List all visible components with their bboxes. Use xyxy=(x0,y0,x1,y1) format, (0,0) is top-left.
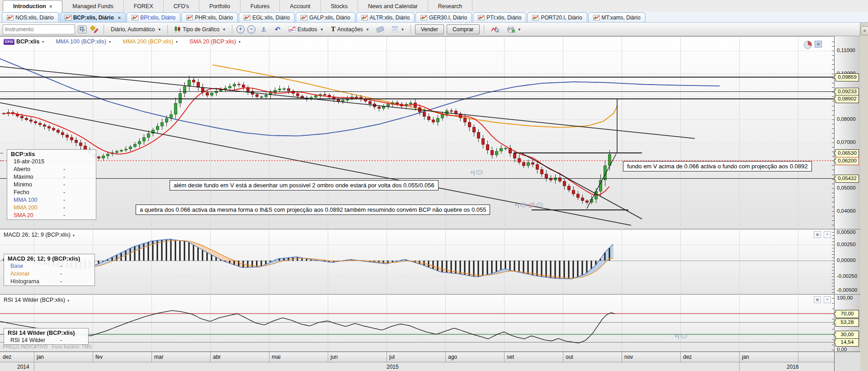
maximize-icon[interactable]: ▣ xyxy=(814,296,821,303)
chart-annotation-2[interactable]: além deste fundo em V está a desenhar um… xyxy=(170,180,439,190)
app-tab-cfd-s[interactable]: CFD's xyxy=(164,0,199,12)
price-level-callout[interactable]: 0,05432 xyxy=(835,175,859,183)
chart-annotation-1[interactable]: fundo em V acima de 0.066 activa o fundo… xyxy=(623,161,812,171)
chart-tab-egl-xlis[interactable]: EGL:xlis, Diário xyxy=(239,12,295,22)
price-level-callout[interactable]: 0,09233 xyxy=(835,88,859,96)
chart-canvas[interactable] xyxy=(0,36,834,352)
price-level-callout[interactable]: 0,09859 xyxy=(835,73,859,81)
price-level-callout[interactable]: 0,06530 xyxy=(835,149,859,157)
price-axis-column[interactable]: 0,110000,100000,080000,070000,050000,040… xyxy=(834,36,860,352)
sma20-legend-dropdown[interactable]: SMA 20 (BCP:xlis) xyxy=(189,38,241,45)
macd-header-dropdown[interactable]: MACD 26; 12; 9 (BCP:xlis) xyxy=(4,232,75,238)
mma100-legend-dropdown[interactable]: MMA 100 (BCP:xlis) xyxy=(56,38,111,45)
close-icon[interactable]: ✕ xyxy=(824,296,831,303)
buy-button[interactable]: Comprar xyxy=(447,24,480,34)
rsi-header-dropdown[interactable]: RSI 14 Wilder (BCP:xlis) xyxy=(4,297,69,303)
add-line-icon: +| xyxy=(675,333,679,339)
rsi-level-callout[interactable]: 70,00 xyxy=(835,310,859,318)
drawing-handle-icons[interactable]: +| xyxy=(514,202,543,208)
app-tab-portfolio[interactable]: Portfolio xyxy=(199,0,241,12)
price-level-callout[interactable]: 0,08902 xyxy=(835,95,859,103)
app-tab-news-and-calendar[interactable]: News and Calendar xyxy=(358,0,428,12)
chart-tab-port20-i[interactable]: PORT20.I, Diário xyxy=(527,12,587,22)
add-line-icon: +| xyxy=(470,169,475,176)
macd-tick-label: 0,00250 xyxy=(837,242,856,247)
info-panel-icon xyxy=(392,26,398,32)
close-icon[interactable]: × xyxy=(49,4,52,9)
sell-button[interactable]: Vender xyxy=(415,24,444,34)
data-row: Mínimo- xyxy=(7,181,96,189)
chart-tab-nos-xlis[interactable]: NOS:xlis, Diário xyxy=(2,12,59,22)
mma200-legend-dropdown[interactable]: MMA 200 (BCP:xlis) xyxy=(123,38,178,45)
chart-type-dropdown[interactable]: Tipo de Gráfico xyxy=(172,25,228,33)
data-row: MMA 200- xyxy=(7,204,96,212)
app-tab-introduction[interactable]: Introduction× xyxy=(3,0,62,12)
chart-tab-galp-xlis[interactable]: GALP:xlis, Diário xyxy=(296,12,355,22)
macd-panel-icons: ▣ ✕ xyxy=(814,231,831,238)
mini-chart-icon xyxy=(478,15,485,20)
month-tick xyxy=(387,352,387,362)
close-icon[interactable]: ✕ xyxy=(824,231,831,238)
studies-dropdown[interactable]: Estudos xyxy=(286,25,326,33)
chart-tab-phr-xlis[interactable]: PHR:xlis, Diário xyxy=(181,12,238,22)
rsi-level-callout[interactable]: 14,54 xyxy=(835,338,859,347)
chart-tab-bpi-xlis[interactable]: BPI:xlis, Diário xyxy=(127,12,180,22)
app-tab-stocks[interactable]: Stocks xyxy=(321,0,359,12)
time-axis-years[interactable]: 201420152016 xyxy=(0,362,834,371)
time-axis-months[interactable]: dezjanfevmarabrmaijunjulagosetoutnovdezj… xyxy=(0,352,834,362)
macd-tick-label: 0,00000 xyxy=(837,257,856,263)
chart-tab-altr-xlis[interactable]: ALTR:xlis, Diário xyxy=(356,12,415,22)
symbol-legend-dropdown[interactable]: CFD BCP:xlis xyxy=(4,38,44,45)
undo-button[interactable]: ↶ xyxy=(272,24,283,34)
panel-options-dropdown[interactable] xyxy=(389,25,406,33)
maximize-icon[interactable]: ▣ xyxy=(814,231,821,238)
month-label: fev xyxy=(95,354,103,360)
month-label: dez xyxy=(3,354,11,360)
price-level-callout[interactable]: 0,06200 xyxy=(835,157,859,165)
rsi-level-callout[interactable]: 53,28 xyxy=(835,319,859,327)
chart-annotation-3[interactable]: a quebra dos 0.066 activa da mesma forma… xyxy=(136,205,490,215)
pin-chart-button[interactable]: ⚓ xyxy=(258,25,269,34)
price-tick-label: 0,04000 xyxy=(837,208,856,214)
data-row: MMA 100- xyxy=(7,196,96,204)
toolbar-separator xyxy=(167,25,168,34)
trading-platform-window: Introduction×Managed FundsFOREXCFD'sPort… xyxy=(0,0,868,371)
zoom-in-button[interactable]: + xyxy=(236,25,245,33)
chart-region: CFD BCP:xlis MMA 100 (BCP:xlis) MMA 200 … xyxy=(0,36,860,371)
drawing-handle-icons[interactable]: +| xyxy=(470,169,483,176)
rsi-level-callout[interactable]: 30,00 xyxy=(835,331,859,339)
app-tab-forex[interactable]: FOREX xyxy=(124,0,164,12)
chart-settings-button[interactable] xyxy=(488,25,502,33)
eraser-button[interactable] xyxy=(374,26,387,33)
app-tab-futures[interactable]: Futures xyxy=(241,0,280,12)
ohlc-tooltip: BCP:xlis 16-abr-2015 Aberto-Máximo-Mínim… xyxy=(7,149,96,220)
chart-tab-ger30-i[interactable]: GER30.I, Diário xyxy=(415,12,472,22)
mini-chart-icon xyxy=(65,15,71,20)
chart-tab-pti-xlis[interactable]: PTI:xlis, Diário xyxy=(473,12,526,22)
price-tick-label: 0,05000 xyxy=(837,185,856,190)
timeframe-dropdown[interactable]: Diário, Automático xyxy=(108,25,163,33)
month-label: mar xyxy=(154,354,164,360)
drawing-handle-icons[interactable]: +| xyxy=(675,333,687,339)
toolbar-separator xyxy=(104,25,104,34)
app-tab-account[interactable]: Account xyxy=(280,0,321,12)
print-dropdown[interactable] xyxy=(505,25,524,33)
expand-panel-button[interactable]: « xyxy=(861,26,868,35)
instrument-search-input[interactable] xyxy=(3,24,75,34)
app-tab-managed-funds[interactable]: Managed Funds xyxy=(62,0,123,12)
app-tab-research[interactable]: Research xyxy=(428,0,473,12)
month-label: dez xyxy=(683,354,692,360)
year-label: 2015 xyxy=(387,364,399,370)
close-icon[interactable]: × xyxy=(118,15,121,20)
chart-tab-mt-xams[interactable]: MT:xams, Diário xyxy=(588,12,646,22)
pie-chart-icon[interactable] xyxy=(804,41,812,49)
snapshot-icon[interactable]: ▣ xyxy=(815,41,822,48)
zoom-out-button[interactable]: − xyxy=(247,25,255,33)
chart-tab-bcp-xlis[interactable]: BCP:xlis, Diário× xyxy=(60,12,126,22)
annotations-dropdown[interactable]: T Anotações xyxy=(328,24,371,34)
add-edit-button[interactable] xyxy=(90,26,99,33)
rsi-tooltip: RSI 14 Wilder (BCP:xlis) RSI 14 Wilder- xyxy=(4,328,89,345)
instrument-lookup-button[interactable] xyxy=(78,25,87,33)
add-pencil-icon xyxy=(90,26,99,33)
data-row: Fecho- xyxy=(7,189,96,196)
